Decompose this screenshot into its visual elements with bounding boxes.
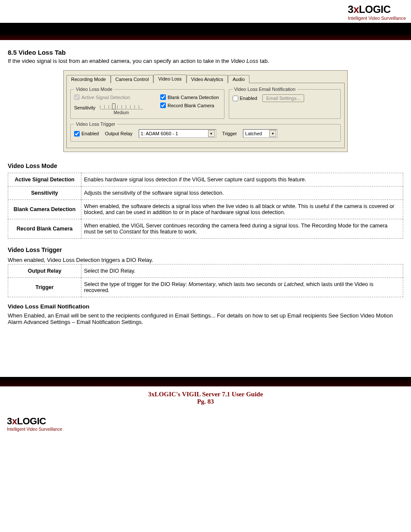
logo-x: x xyxy=(353,3,359,15)
header-bar xyxy=(0,23,411,40)
chk-trigger-enabled[interactable]: Enabled xyxy=(74,131,99,137)
table-mode: Active Signal Detection Enables hardware… xyxy=(8,173,403,239)
dialog-tabs: Recording Mode Camera Control Video Loss… xyxy=(66,72,345,83)
heading-video-loss-trigger: Video Loss Trigger xyxy=(8,246,403,253)
output-relay-value: 1: ADAM 6060 - 1 xyxy=(141,131,178,136)
chevron-down-icon: ▾ xyxy=(269,130,276,137)
footer-page: Pg. 83 xyxy=(0,398,411,405)
legend-email: Video Loss Email Notification xyxy=(233,87,297,92)
video-loss-dialog: Recording Mode Camera Control Video Loss… xyxy=(63,70,348,152)
sensitivity-slider[interactable]: Medium xyxy=(100,105,143,115)
intro-prefix: If the video signal is lost from an enab… xyxy=(8,58,230,64)
table-row: Trigger Select the type of trigger for t… xyxy=(8,278,403,297)
section-heading: 8.5 Video Loss Tab xyxy=(8,49,403,56)
trigger-intro: When enabled, Video Loss Detection trigg… xyxy=(8,257,403,263)
chk-active-signal[interactable]: Active Signal Detection xyxy=(74,94,147,100)
footer-title: 3xLOGIC's VIGIL Server 7.1 User Guide xyxy=(0,391,411,398)
tab-audio[interactable]: Audio xyxy=(228,75,249,83)
sensitivity-value: Medium xyxy=(114,110,129,115)
heading-email-notification: Video Loss Email Notification xyxy=(8,303,403,310)
footer-bar xyxy=(0,377,411,386)
email-paragraph: When Enabled, an Email will be sent to t… xyxy=(8,312,403,325)
chk-record-blank[interactable]: Record Blank Camera xyxy=(160,103,219,108)
logo-logic: LOGIC xyxy=(359,3,391,15)
table-row: Sensitivity Adjusts the sensitivity of t… xyxy=(8,187,403,200)
brand-logo-top: 3xLOGIC Intelligent Video Surveillance xyxy=(348,3,406,21)
logo-3: 3 xyxy=(348,3,353,15)
tab-camera-control[interactable]: Camera Control xyxy=(111,75,154,83)
cell-label: Trigger xyxy=(8,278,81,297)
page-header: 3xLOGIC Intelligent Video Surveillance xyxy=(0,0,411,23)
cell-desc: Enables hardware signal loss detection i… xyxy=(81,173,403,187)
cell-desc: Select the type of trigger for the DIO R… xyxy=(81,278,403,297)
dd-trigger[interactable]: Latched ▾ xyxy=(243,129,277,138)
label-output-relay: Output Relay xyxy=(105,131,132,136)
dd-output-relay[interactable]: 1: ADAM 6060 - 1 ▾ xyxy=(139,129,216,138)
cell-label: Sensitivity xyxy=(8,187,81,200)
cell-desc: Adjusts the sensitivity of the software … xyxy=(81,187,403,200)
footer-text: 3xLOGIC's VIGIL Server 7.1 User Guide Pg… xyxy=(0,386,411,413)
label-sensitivity: Sensitivity xyxy=(74,105,96,110)
cell-label: Output Relay xyxy=(8,264,81,278)
table-row: Active Signal Detection Enables hardware… xyxy=(8,173,403,187)
chevron-down-icon: ▾ xyxy=(208,130,215,137)
label-trigger: Trigger xyxy=(222,131,237,136)
table-trigger: Output Relay Select the DIO Relay. Trigg… xyxy=(8,264,403,297)
chk-email-enabled[interactable]: Enabled xyxy=(233,96,257,101)
heading-video-loss-mode: Video Loss Mode xyxy=(8,162,403,169)
brand-logo-bottom: 3xLOGIC Intelligent Video Surveillance xyxy=(0,413,411,436)
table-row: Output Relay Select the DIO Relay. xyxy=(8,264,403,278)
email-settings-button[interactable]: Email Settings... xyxy=(262,94,304,102)
cell-desc: Select the DIO Relay. xyxy=(81,264,403,278)
table-row: Record Blank Camera When enabled, the VI… xyxy=(8,219,403,239)
chk-blank-camera[interactable]: Blank Camera Detection xyxy=(160,94,219,100)
legend-mode: Video Loss Mode xyxy=(74,87,114,92)
group-email-notification: Video Loss Email Notification Enabled Em… xyxy=(229,87,341,119)
cell-label: Active Signal Detection xyxy=(8,173,81,187)
table-row: Blank Camera Detection When enabled, the… xyxy=(8,200,403,219)
cell-desc: When enabled, the VIGIL Server continues… xyxy=(81,219,403,239)
tab-video-loss[interactable]: Video Loss xyxy=(153,75,186,83)
legend-trigger: Video Loss Trigger xyxy=(74,121,117,127)
intro-suffix: tab. xyxy=(258,58,269,64)
group-video-loss-mode: Video Loss Mode Active Signal Detection … xyxy=(70,87,224,119)
tab-video-analytics[interactable]: Video Analytics xyxy=(187,75,228,83)
cell-label: Blank Camera Detection xyxy=(8,200,81,219)
trigger-value: Latched xyxy=(245,131,262,136)
tab-recording-mode[interactable]: Recording Mode xyxy=(66,75,111,83)
logo-sub: Intelligent Video Surveillance xyxy=(348,16,406,21)
cell-desc: When enabled, the software detects a sig… xyxy=(81,200,403,219)
cell-label: Record Blank Camera xyxy=(8,219,81,239)
group-video-loss-trigger: Video Loss Trigger Enabled Output Relay … xyxy=(70,121,341,142)
intro-italic: Video Loss xyxy=(230,58,258,64)
section-intro: If the video signal is lost from an enab… xyxy=(8,58,403,64)
